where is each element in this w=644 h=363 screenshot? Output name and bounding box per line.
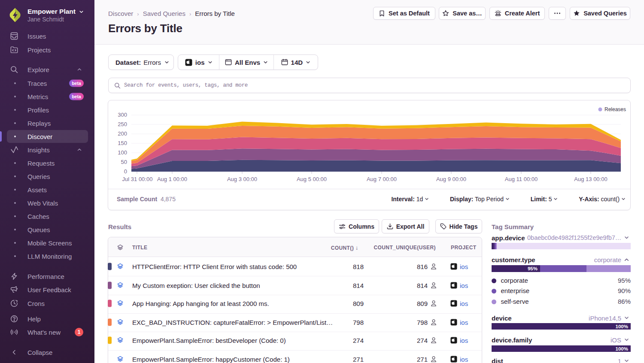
svg-text:150: 150 xyxy=(118,140,127,146)
svg-text:Releases: Releases xyxy=(605,106,626,112)
svg-text:Aug 1 00:00: Aug 1 00:00 xyxy=(157,176,187,182)
svg-text:Aug 13 00:00: Aug 13 00:00 xyxy=(574,176,607,182)
svg-text:100: 100 xyxy=(118,149,127,156)
svg-text:Aug 11 00:00: Aug 11 00:00 xyxy=(505,176,538,182)
svg-text:Aug 5 00:00: Aug 5 00:00 xyxy=(297,176,327,182)
svg-text:Aug 9 00:00: Aug 9 00:00 xyxy=(436,176,466,182)
svg-text:Aug 3 00:00: Aug 3 00:00 xyxy=(227,176,257,182)
svg-text:Jul 31 00:00: Jul 31 00:00 xyxy=(122,176,153,182)
svg-text:300: 300 xyxy=(118,112,127,118)
svg-text:250: 250 xyxy=(118,121,127,127)
svg-text:200: 200 xyxy=(118,130,127,137)
svg-text:0: 0 xyxy=(124,168,127,175)
svg-text:50: 50 xyxy=(121,159,127,165)
svg-text:Aug 7 00:00: Aug 7 00:00 xyxy=(367,176,397,182)
